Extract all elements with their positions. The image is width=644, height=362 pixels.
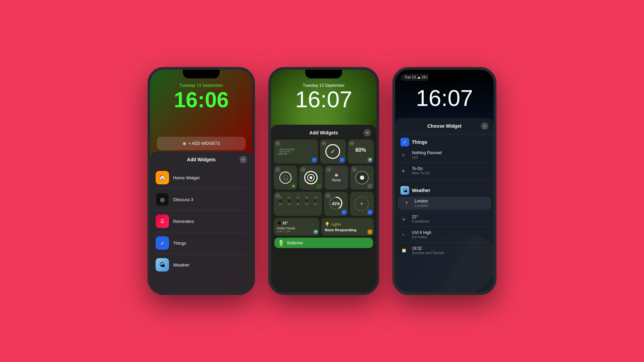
add-widget-btn[interactable]: + ✓ bbox=[350, 192, 374, 216]
calendar-row-widget[interactable]: − 12 🌤 22 13 🌤 23 14 bbox=[274, 192, 322, 216]
list-icon: ☰ bbox=[402, 153, 405, 157]
calendar-none-widget[interactable]: − 📅 None bbox=[325, 166, 348, 190]
lights-widget-cell[interactable]: 💡 Lights None Responding ! bbox=[321, 218, 374, 236]
weather-widget-cell[interactable]: 🌤 22° Partly Cloudy H:31° L:18° 🌍 bbox=[274, 218, 319, 236]
list-item[interactable]: 🌤 Weather bbox=[150, 255, 252, 275]
bulb-icon: 💡 bbox=[325, 222, 330, 227]
target-inner bbox=[307, 174, 315, 181]
widget-item-label: Reminders bbox=[173, 219, 194, 224]
add-widgets-button[interactable]: ⊕ + ADD WIDGETS bbox=[157, 137, 246, 150]
check-circle: ✓ bbox=[325, 144, 340, 159]
progress41-widget[interactable]: − 41% ✓ bbox=[324, 192, 348, 216]
uvi-label: UVI 6 High bbox=[412, 230, 488, 235]
none-label: None bbox=[332, 178, 341, 182]
weather-desc: Partly Cloudy bbox=[277, 227, 316, 230]
things-section-title: Things bbox=[412, 139, 427, 145]
weather-range: H:31° L:18° bbox=[277, 230, 316, 233]
section-divider bbox=[400, 180, 488, 180]
phone-2: Tuesday 13 September 16:07 → KCAL 411/41… bbox=[268, 67, 379, 295]
london-item[interactable]: 📍 London Location bbox=[398, 197, 491, 209]
circle-dot-icon: ◉ bbox=[402, 169, 405, 173]
add-widgets-dropdown: Add Widgets × 🏠 Home Widget ◎ Obscura 3 … bbox=[150, 152, 252, 292]
divider bbox=[156, 254, 247, 254]
list-item[interactable]: ☰ Reminders bbox=[150, 211, 252, 231]
lockscreen-top: Tuesday 13 September 16:06 bbox=[150, 83, 252, 111]
uvi-item[interactable]: ☀ UVI 6 High UV Index bbox=[395, 228, 494, 241]
london-sub: Location bbox=[415, 203, 486, 207]
cal-day-14: 14 ⚙ 24 bbox=[294, 196, 302, 205]
dropdown-header: Add Widgets × bbox=[271, 130, 376, 135]
close-button[interactable]: × bbox=[481, 122, 488, 130]
clock-face: 🕐 bbox=[355, 171, 369, 184]
weather-header: 🌤 22° bbox=[277, 221, 316, 225]
list-item[interactable]: ◎ Obscura 3 bbox=[150, 189, 252, 209]
batteries-row[interactable]: 🔋 Batteries bbox=[274, 238, 373, 248]
minus-badge: − bbox=[301, 167, 306, 172]
close-button[interactable]: × bbox=[364, 129, 371, 136]
list-item[interactable]: ☰ Nothing Planned List bbox=[395, 148, 494, 161]
choose-widget-header: Choose Widget × bbox=[395, 118, 494, 134]
conditions-sub: Conditions bbox=[412, 219, 488, 223]
things-item-label: Things bbox=[173, 241, 186, 246]
obscura-icon: ◎ bbox=[156, 193, 169, 206]
green-badge: ● bbox=[291, 184, 296, 188]
notch bbox=[183, 70, 220, 78]
target-dot bbox=[310, 176, 312, 179]
earth-badge2: 🌍 bbox=[313, 230, 318, 234]
minus-badge: − bbox=[321, 141, 327, 146]
pct60-value: 60% ↑ bbox=[355, 147, 366, 156]
close-icon: × bbox=[366, 131, 368, 135]
conditions-item[interactable]: 🌤 22° Conditions bbox=[395, 213, 494, 225]
pct60-widget-cell[interactable]: − 60% ↑ 🌍 bbox=[348, 139, 374, 164]
target-widget[interactable]: − bbox=[299, 166, 323, 190]
lights-header: 💡 Lights bbox=[325, 222, 370, 227]
weather-cloud-icon: 🌤 bbox=[277, 221, 281, 225]
conditions-label: 22° bbox=[412, 215, 488, 219]
time-label: 16:07 bbox=[271, 88, 376, 111]
hrs-row: ↑ HRS 5/6 bbox=[276, 153, 315, 155]
batteries-label: Batteries bbox=[287, 241, 303, 245]
checkmark-badge: ✓ bbox=[368, 210, 372, 215]
clock-widget[interactable]: − 🕐 bbox=[350, 166, 374, 190]
cal-day-15: 15 ⚙ 25 bbox=[303, 196, 311, 205]
cal-day-13: 13 🌤 23 bbox=[285, 196, 293, 205]
weather-section-header: 🌤 Weather bbox=[395, 183, 494, 197]
progress-41-display: 41% bbox=[328, 195, 343, 212]
earth-badge: 🌍 bbox=[368, 158, 372, 162]
minus-badge: − bbox=[275, 141, 280, 146]
phone-3: Tue 13 ☁ 19:28 16:07 Choose Widget × ✓ T… bbox=[392, 67, 496, 295]
reminders-icon: ☰ bbox=[156, 215, 169, 228]
battery-icon: 🔋 bbox=[278, 240, 284, 246]
todo-sub: New To-Do bbox=[412, 171, 488, 175]
weather-section-icon: 🌤 bbox=[400, 186, 409, 195]
close-icon: × bbox=[242, 158, 244, 162]
check-widget-cell[interactable]: − ✓ ✓ bbox=[320, 139, 346, 164]
airpods-widget[interactable]: − 🎧 ● bbox=[274, 166, 297, 190]
notch bbox=[305, 70, 342, 78]
list-item[interactable]: 🏠 Home Widget bbox=[150, 168, 252, 188]
minus-badge: − bbox=[275, 193, 280, 198]
close-icon: × bbox=[484, 124, 486, 128]
sunrise-item[interactable]: 🌅 19:32 Sunrise and Sunset bbox=[395, 244, 494, 257]
green-badge2 bbox=[317, 184, 321, 188]
divider bbox=[156, 232, 247, 232]
weather-section-title: Weather bbox=[412, 188, 430, 193]
london-label: London bbox=[415, 199, 486, 203]
calendar-dates: 12 🌤 22 13 🌤 23 14 ⚙ 24 bbox=[276, 196, 319, 205]
selected-weather-row[interactable]: 📍 London Location bbox=[398, 197, 491, 209]
bottom-widget-row: 🌤 22° Partly Cloudy H:31° L:18° 🌍 💡 Ligh… bbox=[271, 218, 376, 238]
widget-item-label: Home Widget bbox=[173, 175, 200, 180]
lockscreen-top: 16:07 bbox=[395, 86, 494, 109]
choose-widget-panel: Choose Widget × ✓ Things ☰ Nothing Plann… bbox=[395, 118, 494, 292]
close-button[interactable]: × bbox=[239, 156, 247, 163]
kcal-widget-cell[interactable]: − → KCAL 411/410 → MIN 50/30 ↑ HRS 5/6 ✓ bbox=[274, 139, 318, 164]
plus-icon: ⊕ bbox=[182, 141, 186, 146]
list-item[interactable]: ◉ To-Do New To-Do bbox=[395, 164, 494, 177]
phone-1: Tuesday 13 September 16:06 ⊕ + ADD WIDGE… bbox=[148, 67, 255, 295]
minus-badge: − bbox=[275, 167, 280, 172]
minus-badge: − bbox=[349, 141, 355, 146]
dropdown-header: Add Widgets × bbox=[150, 157, 252, 162]
list-item[interactable]: ✓ Things bbox=[150, 233, 252, 253]
date-label: Tuesday 13 September bbox=[150, 83, 252, 88]
minus-badge: − bbox=[352, 167, 357, 172]
